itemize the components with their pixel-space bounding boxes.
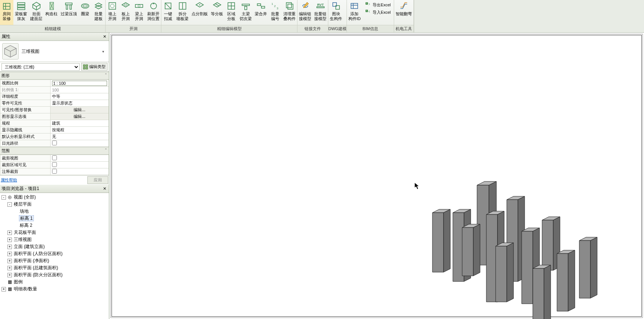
type-selector[interactable]: 三维视图 ▾ xyxy=(0,41,109,62)
tree-toggle[interactable]: + xyxy=(1,287,6,291)
property-checkbox[interactable] xyxy=(52,169,57,174)
tree-label[interactable]: 面积平面 (人防分区面积) xyxy=(13,251,63,256)
close-icon[interactable]: ✕ xyxy=(102,186,107,192)
property-input[interactable] xyxy=(52,101,107,106)
tree-node[interactable]: +三维视图 xyxy=(0,236,109,243)
ribbon-button[interactable]: 梁板窗 抹灰 xyxy=(13,0,29,25)
ribbon-button[interactable]: 拾面 建面层 xyxy=(29,0,44,25)
tree-label[interactable]: 三维视图 xyxy=(13,237,32,242)
tree-node[interactable]: +立面 (建筑立面) xyxy=(0,243,109,250)
tree-node[interactable]: +面积平面 (防火分区面积) xyxy=(0,271,109,278)
ribbon-button[interactable]: 123批量 编号 xyxy=(268,0,282,25)
ribbon-button[interactable]: 点分割板 xyxy=(190,0,209,25)
ribbon-button[interactable]: 等分板 xyxy=(209,0,225,25)
tree-toggle[interactable]: + xyxy=(7,231,12,235)
property-input[interactable] xyxy=(52,94,107,99)
tree-toggle[interactable]: + xyxy=(7,273,12,277)
type-dropdown-arrow[interactable]: ▾ xyxy=(102,49,107,54)
tree-toggle[interactable]: - xyxy=(1,195,6,200)
tree-node[interactable]: ▦图例 xyxy=(0,278,109,286)
ribbon-button[interactable]: 拆分 墙板梁 xyxy=(175,0,190,25)
tree-label[interactable]: 图例 xyxy=(13,279,23,284)
ribbon-button[interactable]: 区域 分板 xyxy=(225,0,238,25)
svg-marker-97 xyxy=(544,265,551,319)
tree-label[interactable]: 视图 (全部) xyxy=(13,194,36,200)
property-input[interactable] xyxy=(52,128,107,132)
collapse-icon[interactable]: ⌃ xyxy=(104,148,107,154)
tree-label[interactable]: 面积平面 (净面积) xyxy=(13,258,50,263)
tree-toggle[interactable]: + xyxy=(7,259,12,263)
tree-label[interactable]: 场地 xyxy=(19,209,29,214)
tree-node[interactable]: -楼层平面 xyxy=(0,201,109,208)
ribbon-button-label: 批量 编号 xyxy=(271,12,279,21)
ribbon-button[interactable]: 圈梁 xyxy=(78,0,92,25)
ribbon-button[interactable]: 过梁压顶 xyxy=(59,0,78,25)
tree-toggle[interactable]: + xyxy=(7,266,12,270)
tree-label[interactable]: 面积平面 (总建筑面积) xyxy=(13,265,59,270)
tree-node[interactable]: 标高 2 xyxy=(0,222,109,229)
ribbon-button[interactable]: 图块 生构件 xyxy=(328,0,344,25)
ribbon-button[interactable]: 清理重 叠构件 xyxy=(282,0,297,25)
property-category-header[interactable]: 图形⌃ xyxy=(0,72,109,80)
project-browser[interactable]: -◎视图 (全部)-楼层平面场地标高 1标高 2+天花板平面+三维视图+立面 (… xyxy=(0,193,109,319)
ribbon-button[interactable]: 智能翻弯 xyxy=(394,0,413,25)
tree-node[interactable]: +面积平面 (净面积) xyxy=(0,257,109,264)
ribbon-side-button[interactable]: X导出Excel xyxy=(364,1,392,8)
ribbon-button[interactable]: 梁合并 xyxy=(253,0,268,25)
tree-node[interactable]: 场地 xyxy=(0,208,109,215)
instance-select[interactable]: 三维视图: {三维} xyxy=(1,63,80,71)
property-category-header[interactable]: 范围⌃ xyxy=(0,147,109,155)
tree-node[interactable]: 标高 1 xyxy=(0,215,109,222)
properties-help-link[interactable]: 属性帮助 xyxy=(1,177,17,183)
tree-label[interactable]: 标高 2 xyxy=(19,223,33,228)
svg-rect-49 xyxy=(351,3,358,9)
tree-label[interactable]: 楼层平面 xyxy=(13,202,32,207)
ribbon-side-button[interactable]: X导入Excel xyxy=(364,9,392,16)
tree-node[interactable]: -◎视图 (全部) xyxy=(0,194,109,201)
ribbon-button[interactable]: 梁上 开洞 xyxy=(132,0,146,25)
tree-toggle[interactable]: + xyxy=(7,245,12,249)
svg-point-30 xyxy=(199,4,200,6)
property-input[interactable] xyxy=(52,121,107,126)
tree-node[interactable]: +面积平面 (人防分区面积) xyxy=(0,250,109,257)
ribbon-button[interactable]: 板上 开洞 xyxy=(119,0,132,25)
ribbon-button[interactable]: 添加 构件ID xyxy=(347,0,362,25)
properties-footer: 属性帮助 应用 xyxy=(0,175,109,185)
ribbon-group-label: 精细建模 xyxy=(0,25,105,32)
ribbon-button[interactable]: 主梁 切次梁 xyxy=(238,0,253,25)
property-input[interactable] xyxy=(52,135,107,139)
tree-toggle[interactable]: - xyxy=(7,202,12,207)
collapse-icon[interactable]: ⌃ xyxy=(104,73,107,78)
property-edit-button[interactable]: 编辑... xyxy=(51,107,109,113)
property-input[interactable] xyxy=(52,81,107,86)
tree-label[interactable]: 标高 1 xyxy=(19,215,34,221)
property-checkbox[interactable] xyxy=(52,162,57,167)
edit-type-button[interactable]: 编辑类型 xyxy=(81,63,107,71)
apply-button[interactable]: 应用 xyxy=(87,176,108,184)
tree-node[interactable]: +面积平面 (总建筑面积) xyxy=(0,264,109,271)
beam-plaster-icon xyxy=(16,1,26,11)
tree-toggle[interactable]: + xyxy=(7,238,12,242)
tree-node[interactable]: +天花板平面 xyxy=(0,229,109,236)
tree-toggle[interactable]: + xyxy=(7,252,12,256)
property-checkbox[interactable] xyxy=(52,141,57,145)
tree-node[interactable]: +▦明细表/数量 xyxy=(0,286,109,293)
tree-label[interactable]: 明细表/数量 xyxy=(13,286,38,291)
ribbon-button[interactable]: 一键 扣减 xyxy=(161,0,175,25)
close-icon[interactable]: ✕ xyxy=(102,34,107,40)
ribbon-group-label: DWG建模 xyxy=(328,25,347,32)
ribbon-button[interactable]: 构造柱 xyxy=(44,0,59,25)
ribbon-button[interactable]: 编辑链 接模型 xyxy=(297,0,313,25)
tree-label[interactable]: 立面 (建筑立面) xyxy=(13,244,45,249)
property-checkbox[interactable] xyxy=(52,155,57,160)
tree-label[interactable]: 面积平面 (防火分区面积) xyxy=(13,272,63,277)
ribbon-button[interactable]: 房间 装修 xyxy=(0,0,13,25)
ribbon-button[interactable]: RVT批量链 接模型 xyxy=(313,0,328,25)
ribbon-button[interactable]: 刷新开 洞位置 xyxy=(146,0,161,25)
tree-label[interactable]: 天花板平面 xyxy=(13,230,37,235)
svg-marker-16 xyxy=(95,3,102,7)
ribbon-button[interactable]: 墙上 开洞 xyxy=(106,0,119,25)
viewport-3d[interactable] xyxy=(109,33,644,319)
ribbon-button[interactable]: 批量 建板 xyxy=(92,0,105,25)
property-edit-button[interactable]: 编辑... xyxy=(51,113,109,120)
